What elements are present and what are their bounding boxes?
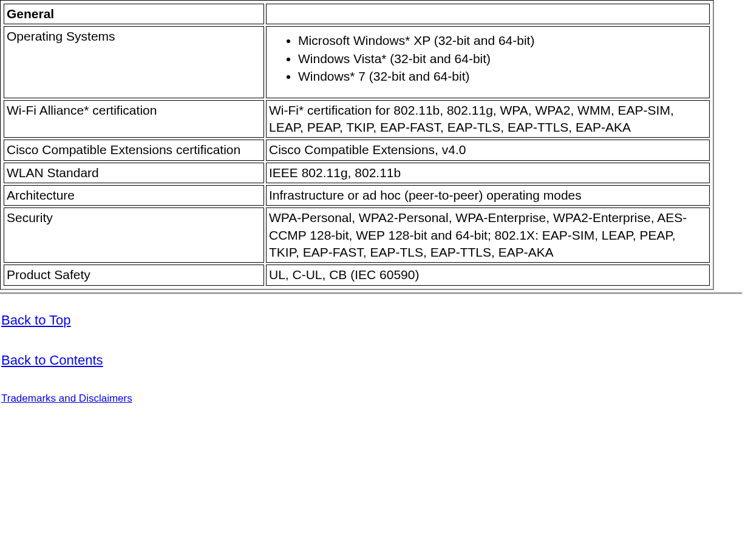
table-row: Security WPA-Personal, WPA2-Personal, WP… (4, 207, 710, 263)
row-label: Wi-Fi Alliance* certification (4, 100, 264, 138)
back-to-top-link-wrapper: Back to Top (1, 312, 748, 328)
row-value: WPA-Personal, WPA2-Personal, WPA-Enterpr… (266, 207, 710, 263)
back-to-top-link[interactable]: Back to Top (1, 312, 71, 328)
row-value: Infrastructure or ad hoc (peer-to-peer) … (266, 185, 710, 206)
table-row: Product Safety UL, C-UL, CB (IEC 60590) (4, 265, 710, 285)
table-header-row: General (4, 4, 710, 24)
os-list: Microsoft Windows* XP (32-bit and 64-bit… (269, 32, 707, 85)
list-item: Windows Vista* (32-bit and 64-bit) (298, 50, 707, 67)
row-value: Cisco Compatible Extensions, v4.0 (266, 140, 710, 160)
footer-links: Back to Top Back to Contents Trademarks … (0, 312, 748, 405)
row-value: IEEE 802.11g, 802.11b (266, 163, 710, 183)
spec-table-container: General Operating Systems Microsoft Wind… (0, 0, 714, 290)
row-value: Wi-Fi* certification for 802.11b, 802.11… (266, 100, 710, 138)
back-to-contents-link-wrapper: Back to Contents (1, 353, 748, 368)
row-label: Cisco Compatible Extensions certificatio… (4, 140, 264, 160)
table-row: Operating Systems Microsoft Windows* XP … (4, 26, 710, 98)
table-row: Architecture Infrastructure or ad hoc (p… (4, 185, 710, 206)
table-row: Wi-Fi Alliance* certification Wi-Fi* cer… (4, 100, 710, 138)
list-item: Windows* 7 (32-bit and 64-bit) (298, 67, 707, 85)
table-row: WLAN Standard IEEE 802.11g, 802.11b (4, 163, 710, 183)
table-row: Cisco Compatible Extensions certificatio… (4, 140, 710, 160)
row-label: Product Safety (4, 265, 264, 285)
trademarks-link-wrapper: Trademarks and Disclaimers (1, 393, 748, 405)
spec-table: General Operating Systems Microsoft Wind… (2, 2, 712, 288)
horizontal-divider (0, 292, 742, 294)
row-value: Microsoft Windows* XP (32-bit and 64-bit… (266, 26, 710, 98)
empty-cell (266, 4, 710, 24)
row-label: WLAN Standard (4, 163, 264, 183)
row-label: Security (4, 207, 264, 263)
table-header: General (4, 4, 264, 24)
row-label: Operating Systems (4, 26, 264, 98)
row-label: Architecture (4, 185, 264, 206)
list-item: Microsoft Windows* XP (32-bit and 64-bit… (298, 32, 707, 49)
row-value: UL, C-UL, CB (IEC 60590) (266, 265, 710, 285)
trademarks-link[interactable]: Trademarks and Disclaimers (1, 393, 132, 404)
back-to-contents-link[interactable]: Back to Contents (1, 353, 103, 368)
